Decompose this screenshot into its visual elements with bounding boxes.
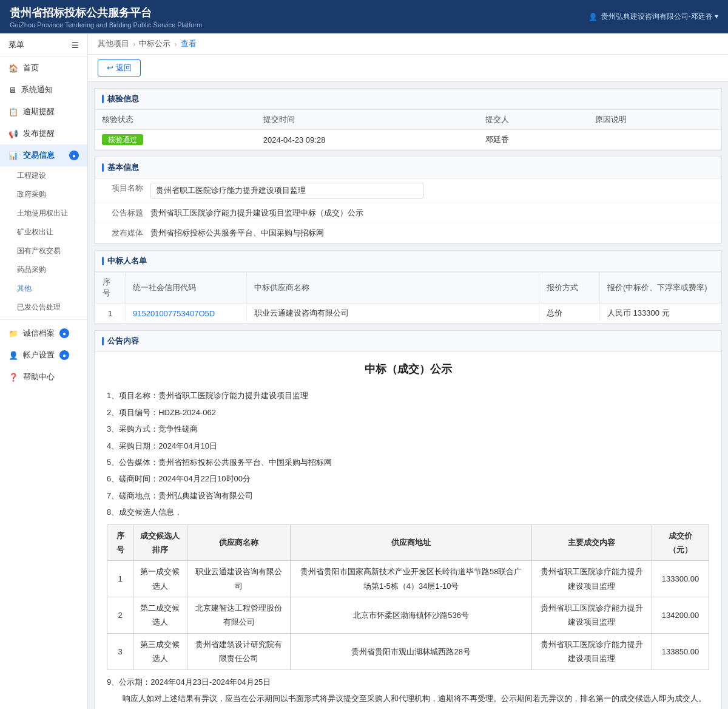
cand-supplier: 贵州省建筑设计研究院有限责任公司 bbox=[187, 633, 291, 670]
winner-seq: 1 bbox=[95, 304, 126, 324]
sidebar-item-help[interactable]: ❓ 帮助中心 bbox=[0, 366, 87, 388]
inner-col-supplier: 供应商名称 bbox=[187, 524, 291, 561]
winner-list-title: 中标人名单 bbox=[95, 251, 721, 272]
inner-col-seq: 序号 bbox=[107, 524, 133, 561]
sidebar-item-deadline[interactable]: 📋 逾期提醒 bbox=[0, 101, 87, 123]
winner-table: 序号 统一社会信用代码 中标供应商名称 报价方式 报价(中标价、下浮率或费率) … bbox=[95, 272, 721, 324]
sidebar: 菜单 ☰ 🏠 首页 🖥 系统通知 📋 逾期提醒 📢 发布提醒 📊 交易信息 ● … bbox=[0, 33, 88, 709]
breadcrumb-sep-1: › bbox=[133, 39, 135, 49]
cand-content: 贵州省职工医院诊疗能力提升建设项目监理 bbox=[531, 561, 652, 597]
anno-item-6: 6、磋商时间：2024年04月22日10时00分 bbox=[107, 472, 709, 486]
sidebar-item-land-use[interactable]: 土地使用权出让 bbox=[0, 204, 87, 223]
candidate-row: 1 第一成交候选人 职业云通建设咨询有限公司 贵州省贵阳市国家高新技术产业开发区… bbox=[107, 561, 709, 597]
help-icon: ❓ bbox=[8, 373, 18, 382]
sidebar-item-trade[interactable]: 📊 交易信息 ● bbox=[0, 144, 87, 166]
integrity-badge: ● bbox=[59, 328, 69, 338]
sidebar-item-label: 系统通知 bbox=[21, 84, 53, 95]
sidebar-item-publish-remind[interactable]: 📢 发布提醒 bbox=[0, 123, 87, 144]
inner-col-rank: 成交候选人排序 bbox=[133, 524, 187, 561]
sidebar-item-state-asset[interactable]: 国有产权交易 bbox=[0, 242, 87, 260]
verify-time-cell: 2024-04-23 09:28 bbox=[256, 130, 478, 150]
sidebar-item-label: 发布提醒 bbox=[23, 128, 55, 139]
candidate-row: 3 第三成交候选人 贵州省建筑设计研究院有限责任公司 贵州省贵阳市观山湖林城西路… bbox=[107, 633, 709, 670]
sidebar-toggle-icon[interactable]: ☰ bbox=[72, 41, 79, 50]
clock-icon: 📋 bbox=[8, 107, 18, 117]
sidebar-item-label: 帐户设置 bbox=[23, 350, 55, 361]
sidebar-item-account[interactable]: 👤 帐户设置 ● bbox=[0, 344, 87, 366]
sidebar-item-engineering[interactable]: 工程建设 bbox=[0, 166, 87, 185]
cand-address: 贵州省贵阳市国家高新技术产业开发区长岭街道毕节路58联合广场第1-5栋（4）34… bbox=[291, 561, 531, 597]
winner-supplier-name: 职业云通建设咨询有限公司 bbox=[247, 304, 539, 324]
media-row: 发布媒体 贵州省招标投标公共服务平台、中国采购与招标网 bbox=[95, 223, 721, 243]
anno-item-3: 3、采购方式：竞争性磋商 bbox=[107, 422, 709, 436]
sidebar-item-gov-purchase[interactable]: 政府采购 bbox=[0, 185, 87, 204]
verify-col-reason: 原因说明 bbox=[588, 110, 721, 130]
header: 贵州省招标投标公共服务平台 GuiZhou Province Tendering… bbox=[0, 0, 728, 33]
cand-seq: 3 bbox=[107, 633, 133, 670]
announcement-content: 中标（成交）公示 1、项目名称：贵州省职工医院诊疗能力提升建设项目监理 2、项目… bbox=[95, 352, 721, 709]
breadcrumb: 其他项目 › 中标公示 › 查看 bbox=[88, 33, 728, 55]
credit-code-link[interactable]: 915201007753407O5D bbox=[133, 309, 215, 318]
breadcrumb-other[interactable]: 其他项目 bbox=[98, 38, 129, 49]
cand-rank: 第二成交候选人 bbox=[133, 597, 187, 634]
action-bar: ↩ 返回 bbox=[88, 55, 728, 82]
sidebar-item-label: 帮助中心 bbox=[23, 371, 55, 382]
anno-item-8: 8、成交候选人信息， bbox=[107, 505, 709, 519]
cand-seq: 1 bbox=[107, 561, 133, 597]
cand-content: 贵州省职工医院诊疗能力提升建设项目监理 bbox=[531, 597, 652, 634]
user-icon: 👤 bbox=[588, 13, 598, 21]
project-name-input[interactable]: 贵州省职工医院诊疗能力提升建设项目监理 bbox=[150, 183, 423, 198]
user-info[interactable]: 👤 贵州弘典建设咨询有限公司-邓廷香 ▾ bbox=[588, 12, 718, 22]
cand-rank: 第一成交候选人 bbox=[133, 561, 187, 597]
verify-col-time: 提交时间 bbox=[256, 110, 478, 130]
verify-person-cell: 邓廷香 bbox=[478, 130, 588, 150]
user-name: 贵州弘典建设咨询有限公司-邓廷香 ▾ bbox=[601, 12, 718, 22]
sidebar-item-label: 首页 bbox=[23, 63, 39, 73]
logo: 贵州省招标投标公共服务平台 GuiZhou Province Tendering… bbox=[10, 5, 202, 29]
inner-col-address: 供应商地址 bbox=[291, 524, 531, 561]
inner-col-content: 主要成交内容 bbox=[531, 524, 652, 561]
sidebar-item-medicine[interactable]: 药品采购 bbox=[0, 260, 87, 279]
site-title: 贵州省招标投标公共服务平台 bbox=[10, 5, 202, 20]
breadcrumb-winning[interactable]: 中标公示 bbox=[139, 38, 170, 49]
sidebar-item-home[interactable]: 🏠 首页 bbox=[0, 57, 87, 79]
bell-icon: 📢 bbox=[8, 129, 18, 138]
announce-title-value: 贵州省职工医院诊疗能力提升建设项目监理中标（成交）公示 bbox=[150, 208, 714, 219]
verify-row: 核验通过 2024-04-23 09:28 邓廷香 bbox=[95, 130, 721, 150]
account-icon: 👤 bbox=[8, 351, 18, 360]
main-layout: 菜单 ☰ 🏠 首页 🖥 系统通知 📋 逾期提醒 📢 发布提醒 📊 交易信息 ● … bbox=[0, 33, 728, 709]
winner-col-price-type: 报价方式 bbox=[539, 273, 600, 304]
announce-title-row: 公告标题 贵州省职工医院诊疗能力提升建设项目监理中标（成交）公示 bbox=[95, 203, 721, 223]
anno-item-7: 7、磋商地点：贵州弘典建设咨询有限公司 bbox=[107, 489, 709, 503]
sidebar-item-published[interactable]: 已发公告处理 bbox=[0, 298, 87, 317]
back-button[interactable]: ↩ 返回 bbox=[98, 59, 141, 76]
inner-col-price: 成交价（元） bbox=[652, 524, 709, 561]
cand-supplier: 北京建智达工程管理股份有限公司 bbox=[187, 597, 291, 634]
cand-price: 133850.00 bbox=[652, 633, 709, 670]
cand-supplier: 职业云通建设咨询有限公司 bbox=[187, 561, 291, 597]
sidebar-item-others[interactable]: 其他 bbox=[0, 279, 87, 298]
winner-price-type: 总价 bbox=[539, 304, 600, 324]
winner-list-section: 中标人名单 序号 统一社会信用代码 中标供应商名称 报价方式 报价(中标价、下浮… bbox=[94, 250, 722, 324]
sidebar-item-mineral[interactable]: 矿业权出让 bbox=[0, 223, 87, 242]
candidate-row: 2 第二成交候选人 北京建智达工程管理股份有限公司 北京市怀柔区渤海镇怀沙路53… bbox=[107, 597, 709, 634]
anno-item-5: 5、公告媒体：贵州省招标投标公共服务平台、中国采购与招标网 bbox=[107, 455, 709, 469]
sidebar-item-sys-notify[interactable]: 🖥 系统通知 bbox=[0, 79, 87, 101]
verify-col-person: 提交人 bbox=[478, 110, 588, 130]
media-value: 贵州省招标投标公共服务平台、中国采购与招标网 bbox=[150, 228, 714, 239]
cand-price: 134200.00 bbox=[652, 597, 709, 634]
winner-col-code: 统一社会信用代码 bbox=[126, 273, 247, 304]
cand-rank: 第三成交候选人 bbox=[133, 633, 187, 670]
basic-info-section: 基本信息 项目名称 贵州省职工医院诊疗能力提升建设项目监理 公告标题 贵州省职工… bbox=[94, 157, 722, 244]
verify-section-title: 核验信息 bbox=[95, 89, 721, 110]
anno-item-4: 4、采购日期：2024年04月10日 bbox=[107, 439, 709, 453]
verify-table: 核验状态 提交时间 提交人 原因说明 核验通过 2024-04-23 09:28… bbox=[95, 110, 721, 150]
announcement-main-title: 中标（成交）公示 bbox=[107, 359, 709, 379]
sidebar-header: 菜单 ☰ bbox=[0, 33, 87, 57]
sidebar-divider-1 bbox=[0, 319, 87, 320]
anno-item-1: 1、项目名称：贵州省职工医院诊疗能力提升建设项目监理 bbox=[107, 388, 709, 402]
project-name-value: 贵州省职工医院诊疗能力提升建设项目监理 bbox=[150, 183, 714, 198]
notice-text-1: 响应人如对上述结果有异议，应当在公示期间以书面形式将异议提交至采购人和代理机构，… bbox=[107, 691, 709, 705]
cand-content: 贵州省职工医院诊疗能力提升建设项目监理 bbox=[531, 633, 652, 670]
sidebar-item-integrity[interactable]: 📁 诚信档案 ● bbox=[0, 322, 87, 344]
